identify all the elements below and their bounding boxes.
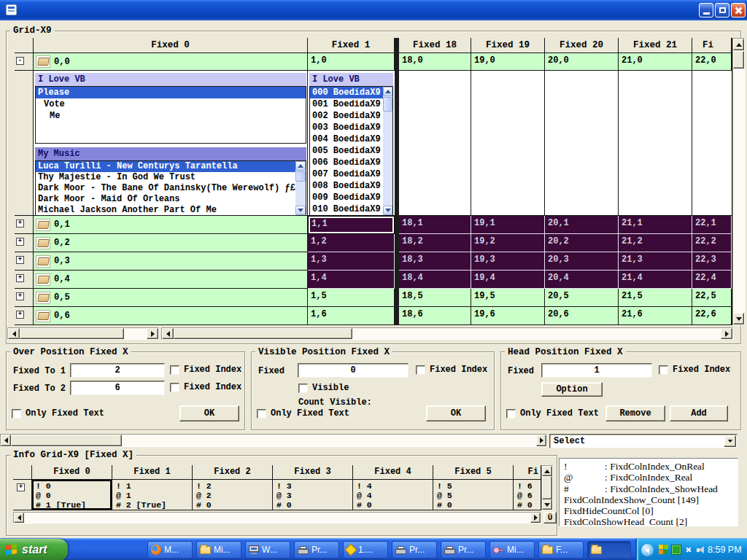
info-row-header[interactable]: + [13,480,32,510]
cell-22-3[interactable]: 22,3 [692,252,732,271]
restore-button[interactable] [715,3,729,18]
scroll-up-button[interactable] [542,466,552,476]
expand-icon[interactable]: + [16,292,24,300]
info-corner-header[interactable] [13,465,32,480]
cell-22-2[interactable]: 22,2 [692,234,732,252]
list-item[interactable]: 005 BoedidaX9 [310,145,383,157]
corner-u-button[interactable]: Ü [543,512,557,524]
my-music-scrollbar[interactable] [295,161,306,215]
head-only-fixed-text-checkbox[interactable]: Only Fixed Text [506,409,599,419]
scroll-thumb[interactable] [174,328,352,339]
row-header-2[interactable]: + [15,234,34,252]
select-combobox[interactable]: Select [549,434,738,448]
option-button[interactable]: Option [541,382,603,397]
info-header-fixed-1[interactable]: Fixed 1 [112,465,193,480]
scroll-left-button[interactable] [162,328,174,339]
close-button[interactable] [731,3,746,18]
scroll-down-button[interactable] [295,206,306,215]
visible-only-fixed-text-checkbox[interactable]: Only Fixed Text [257,409,349,419]
info-cell-1[interactable]: ! 1@ 1# 2 [True] [112,480,193,510]
cell-0-6[interactable]: 0,6 [34,307,308,325]
cell-19-5[interactable]: 19,5 [471,289,545,307]
checkbox-icon[interactable] [257,409,266,419]
checkbox-icon[interactable] [170,383,179,392]
cell-22-0[interactable]: 22,0 [692,53,732,71]
taskbar-button-3[interactable]: W... [245,541,290,559]
expand-icon[interactable]: + [17,483,25,491]
cell-18-1[interactable]: 18,1 [399,216,471,234]
cell-20-2[interactable]: 20,2 [545,234,619,252]
tray-chevron-button[interactable] [641,544,654,556]
list-item[interactable]: Michael Jackson Another Part Of Me [36,205,297,216]
combo-dropdown-button[interactable] [724,435,736,447]
tray-grid-icon[interactable] [671,545,681,555]
head-fixed-input[interactable]: 1 [541,363,652,378]
cell-19-0[interactable]: 19,0 [471,53,545,71]
cell-0-5[interactable]: 0,5 [34,289,308,307]
column-header-fixed-18[interactable]: Fixed 18 [399,38,471,53]
scroll-left-button[interactable] [14,513,24,523]
taskbar-button-4[interactable]: Pr... [294,541,339,559]
cell-21-1[interactable]: 21,1 [619,216,692,234]
boedida-listbox[interactable]: 000 BoedidaX9 001 BoedidaX9 002 BoedidaX… [309,86,393,216]
scroll-down-button[interactable] [542,499,552,510]
scroll-up-button[interactable] [733,39,744,50]
expand-icon[interactable]: + [16,274,24,282]
cell-21-0[interactable]: 21,0 [619,53,692,71]
scroll-right-button[interactable] [530,513,541,523]
window-icon[interactable] [6,4,17,15]
cell-18-2[interactable]: 18,2 [399,234,471,252]
list-item[interactable]: 004 BoedidaX9 [310,133,383,145]
cell-0-3[interactable]: 0,3 [34,252,308,271]
cell-21-5[interactable]: 21,5 [619,289,692,307]
checkbox-icon[interactable] [298,384,308,393]
visible-checkbox[interactable]: Visible [298,384,349,393]
taskbar-button-2[interactable]: Mi... [196,541,241,559]
row-header-4[interactable]: + [15,271,34,289]
checkbox-icon[interactable] [659,365,668,375]
scroll-thumb[interactable] [20,328,124,339]
list-item[interactable]: 002 BoedidaX9 [310,110,383,122]
list-item[interactable]: 007 BoedidaX9 [310,168,383,180]
info-header-fixed-0[interactable]: Fixed 0 [32,465,112,480]
taskbar-button-1[interactable]: M... [147,541,193,559]
info-vscrollbar[interactable] [541,465,553,510]
cell-19-3[interactable]: 19,3 [471,252,545,271]
cell-19-4[interactable]: 19,4 [471,271,545,289]
row-header-3[interactable]: + [15,252,34,271]
checkbox-icon[interactable] [416,365,425,375]
fixed-index-checkbox-2[interactable]: Fixed Index [170,383,241,392]
info-header-fixed-5[interactable]: Fixed 5 [433,465,514,480]
list-item[interactable]: Dark Moor - Maid Of Orleans [36,194,297,205]
list-item[interactable]: Me [36,110,306,122]
info-cell-6[interactable]: ! 6@ 6# 0 [514,480,541,510]
visible-fixed-input[interactable]: 0 [298,363,409,378]
cell-0-4[interactable]: 0,4 [34,271,308,289]
grid-corner-header[interactable] [15,38,34,53]
expand-icon[interactable]: + [16,219,24,228]
taskbar-button-9[interactable]: F... [538,541,584,559]
window-titlebar[interactable] [0,0,747,20]
list-item[interactable]: Thy Majestie - In God We Trust [36,172,297,183]
scroll-right-button[interactable] [536,435,546,446]
cell-21-3[interactable]: 21,3 [619,252,692,271]
collapse-icon[interactable]: - [16,57,24,65]
list-item[interactable]: Vote [36,98,306,110]
row-header-1[interactable]: + [15,216,34,234]
cell-1-6[interactable]: 1,6 [308,307,395,325]
scroll-right-button[interactable] [721,328,732,339]
scroll-down-button[interactable] [383,206,392,215]
info-cell-4[interactable]: ! 4@ 4# 0 [353,480,433,510]
cell-18-4[interactable]: 18,4 [399,271,471,289]
cell-0-0[interactable]: 0,0 [34,53,308,71]
grid-vscrollbar[interactable] [732,38,745,325]
scroll-thumb[interactable] [542,476,552,499]
cell-19-2[interactable]: 19,2 [471,234,545,252]
visible-ok-button[interactable]: OK [426,405,486,421]
cell-20-5[interactable]: 20,5 [545,289,619,307]
boedida-scrollbar[interactable] [383,87,392,215]
info-header-fixed-2[interactable]: Fixed 2 [193,465,273,480]
column-header-fixed-0[interactable]: Fixed 0 [34,38,308,53]
cell-19-1[interactable]: 19,1 [471,216,545,234]
cell-20-3[interactable]: 20,3 [545,252,619,271]
